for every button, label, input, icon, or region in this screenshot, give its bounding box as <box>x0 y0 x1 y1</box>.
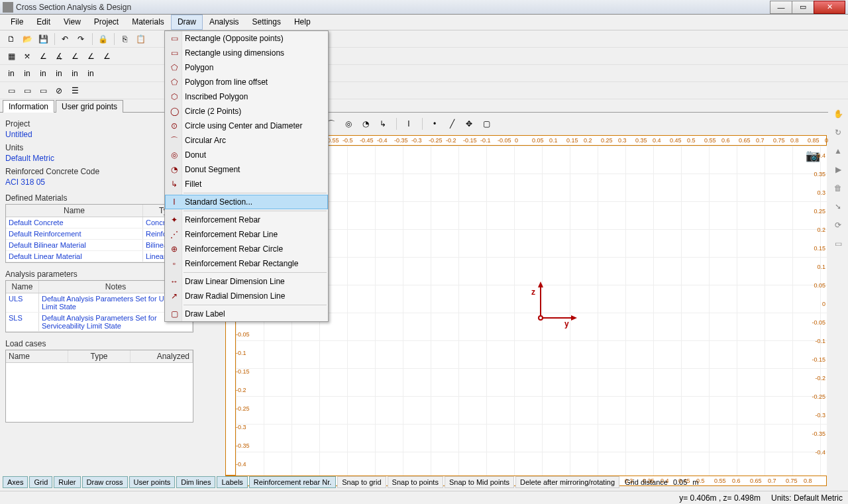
toggle-snap-points[interactable]: Snap to points <box>388 476 443 488</box>
draw-menu-item[interactable]: ⊙Circle using Center and Diameter <box>165 119 328 133</box>
target-icon[interactable]: ◎ <box>342 117 355 130</box>
beam-icon[interactable]: I <box>402 117 415 130</box>
minimize-button[interactable]: — <box>770 1 792 14</box>
point-icon[interactable]: • <box>428 117 441 130</box>
toggle-draw-cross[interactable]: Draw cross <box>82 476 128 488</box>
tab-information[interactable]: Information <box>3 100 54 113</box>
draw-menu-item[interactable]: ↳Fillet <box>165 177 328 191</box>
new-icon[interactable]: 🗋 <box>4 32 19 46</box>
extents-icon[interactable]: ⤧ <box>20 49 34 64</box>
trash-icon[interactable]: 🗑 <box>831 181 845 195</box>
menu-item-icon: ▫ <box>166 256 182 271</box>
toolbar-row-2: ▦ ⤧ ∠ ∡ ∠ ∠ ∠ <box>0 48 848 65</box>
lock-icon[interactable]: 🔒 <box>95 32 110 46</box>
toggle-delete-after[interactable]: Delete after mirroring/rotating <box>515 476 619 488</box>
draw-menu-item[interactable]: ⌒Circular Arc <box>165 133 328 148</box>
lc-th-type: Type <box>68 350 131 362</box>
menu-materials[interactable]: Materials <box>125 15 171 30</box>
note-icon[interactable]: ▭ <box>831 237 845 250</box>
draw-menu-item[interactable]: ▭Rectangle using dimensions <box>165 46 328 60</box>
draw-menu-item[interactable]: ⬠Polygon from line offset <box>165 75 328 89</box>
draw-menu-item[interactable]: IStandard Section... <box>165 195 328 209</box>
draw-menu-item[interactable]: ◎Donut <box>165 148 328 162</box>
menu-project[interactable]: Project <box>87 15 125 30</box>
circle-props-icon[interactable]: ⊘ <box>52 83 66 98</box>
in3-icon[interactable]: in <box>36 66 50 81</box>
menu-settings[interactable]: Settings <box>246 15 288 30</box>
grid-tick: 0.05 <box>814 282 825 289</box>
draw-menu-item[interactable]: ▢Draw Label <box>165 307 328 321</box>
move-icon[interactable]: ✥ <box>462 117 476 130</box>
undo-icon[interactable]: ↶ <box>58 32 72 46</box>
ruler-tick: -0.1 <box>480 137 491 144</box>
toggle-snap-mid[interactable]: Snap to Mid points <box>445 476 514 488</box>
draw-menu-item[interactable]: ✦Reinforcement Rebar <box>165 213 328 227</box>
draw-menu-item[interactable]: ⊕Reinforcement Rebar Circle <box>165 242 328 256</box>
redo-icon[interactable]: ↷ <box>74 32 88 46</box>
open-icon[interactable]: 📂 <box>20 32 34 46</box>
line-icon[interactable]: ╱ <box>445 117 458 130</box>
draw-menu-item[interactable]: ▫Reinforcement Rebar Rectangle <box>165 256 328 271</box>
save-icon[interactable]: 💾 <box>36 32 50 46</box>
copy-icon[interactable]: ⎘ <box>117 32 132 46</box>
toggle-ruler[interactable]: Ruler <box>54 476 80 488</box>
mirror-h-icon[interactable]: ▶ <box>831 163 845 176</box>
refresh-icon[interactable]: ↻ <box>831 126 845 139</box>
menu-item-icon: ↗ <box>166 289 182 303</box>
axes2-icon[interactable]: ∡ <box>52 49 66 64</box>
r3-icon[interactable]: ▭ <box>36 83 50 98</box>
pie-icon[interactable]: ◔ <box>359 117 372 130</box>
draw-menu-item[interactable]: ⬡Inscribed Polygon <box>165 89 328 104</box>
axes1-icon[interactable]: ∠ <box>36 49 50 64</box>
rect-snap-icon[interactable]: ▢ <box>480 117 493 130</box>
maximize-button[interactable]: ▭ <box>792 1 814 14</box>
grid-tick: -0.1 <box>236 350 246 356</box>
draw-menu-item[interactable]: ◯Circle (2 Points) <box>165 104 328 119</box>
draw-menu-item[interactable]: ↗Draw Radial Dimension Line <box>165 289 328 303</box>
hand-icon[interactable]: ✋ <box>831 107 845 121</box>
menu-file[interactable]: File <box>4 15 30 30</box>
edge-icon[interactable]: ➘ <box>831 200 845 213</box>
toggle-grid[interactable]: Grid <box>29 476 52 488</box>
menu-view[interactable]: View <box>57 15 87 30</box>
menu-item-label: Rectangle (Opposite points) <box>182 34 324 43</box>
axes5-icon[interactable]: ∠ <box>99 49 114 64</box>
in4-icon[interactable]: in <box>52 66 66 81</box>
draw-menu-item[interactable]: ⬠Polygon <box>165 60 328 75</box>
menu-analysis[interactable]: Analysis <box>203 15 246 30</box>
axes3-icon[interactable]: ∠ <box>68 49 82 64</box>
draw-menu-item[interactable]: ◔Donut Segment <box>165 162 328 177</box>
menu-draw[interactable]: Draw <box>171 15 203 30</box>
toggle-snap-grid[interactable]: Snap to grid <box>337 476 386 488</box>
in5-icon[interactable]: in <box>68 66 82 81</box>
curve-icon[interactable]: ↳ <box>376 117 390 130</box>
menu-help[interactable]: Help <box>288 15 317 30</box>
mirror-v-icon[interactable]: ▲ <box>831 144 845 158</box>
ruler-tick: -0.35 <box>394 137 408 144</box>
toggle-rebar-nr[interactable]: Reinforcement rebar Nr. <box>249 476 336 488</box>
toggle-user-points[interactable]: User points <box>129 476 176 488</box>
menu-edit[interactable]: Edit <box>30 15 57 30</box>
close-button[interactable]: ✕ <box>814 1 845 14</box>
ruler-tick: -0.5 <box>343 137 353 144</box>
r1-icon[interactable]: ▭ <box>4 83 19 98</box>
draw-menu-item[interactable]: ⋰Reinforcement Rebar Line <box>165 227 328 242</box>
tab-user-grid-points[interactable]: User grid points <box>56 100 123 113</box>
list-icon[interactable]: ☰ <box>68 83 82 98</box>
ruler-tick: 0.65 <box>739 137 751 144</box>
menu-item-label: Fillet <box>182 179 324 189</box>
r2-icon[interactable]: ▭ <box>20 83 34 98</box>
grid-tick: -0.05 <box>236 331 250 338</box>
paste-icon[interactable]: 📋 <box>133 32 148 46</box>
in6-icon[interactable]: in <box>83 66 98 81</box>
toggle-dim-lines[interactable]: Dim lines <box>176 476 215 488</box>
draw-menu-item[interactable]: ↔Draw Linear Dimension Line <box>165 274 328 289</box>
in1-icon[interactable]: in <box>4 66 19 81</box>
snap-grid-icon[interactable]: ▦ <box>4 49 19 64</box>
toggle-labels[interactable]: Labels <box>217 476 247 488</box>
axes4-icon[interactable]: ∠ <box>83 49 98 64</box>
toggle-axes[interactable]: Axes <box>3 476 28 488</box>
rotate-icon[interactable]: ⟳ <box>831 219 845 232</box>
in2-icon[interactable]: in <box>20 66 34 81</box>
draw-menu-item[interactable]: ▭Rectangle (Opposite points) <box>165 31 328 46</box>
